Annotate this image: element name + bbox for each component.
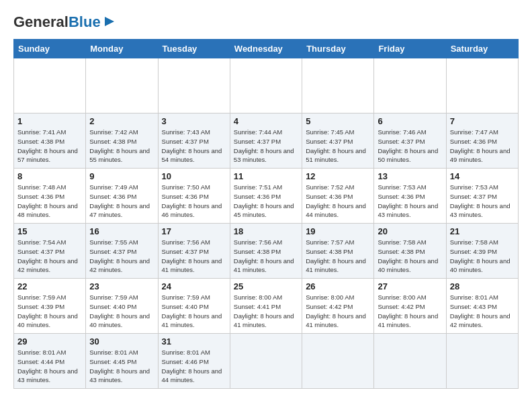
cell-sunset: Sunset: 4:37 PM <box>162 248 209 255</box>
cell-sunset: Sunset: 4:36 PM <box>378 193 425 200</box>
cell-sunrise: Sunrise: 8:00 AM <box>306 293 354 301</box>
cell-daylight: Daylight: 8 hours and 41 minutes. <box>378 312 438 329</box>
day-number: 13 <box>378 171 442 181</box>
cell-sunset: Sunset: 4:38 PM <box>306 248 353 255</box>
cell-sunset: Sunset: 4:37 PM <box>450 193 497 200</box>
calendar-cell: 16Sunrise: 7:55 AMSunset: 4:37 PMDayligh… <box>86 224 158 279</box>
day-number: 25 <box>234 281 298 291</box>
day-number: 15 <box>17 226 82 236</box>
calendar-cell: 20Sunrise: 7:58 AMSunset: 4:38 PMDayligh… <box>374 224 446 279</box>
cell-daylight: Daylight: 8 hours and 42 minutes. <box>450 312 511 329</box>
cell-sunset: Sunset: 4:37 PM <box>234 138 281 145</box>
cell-sunrise: Sunrise: 7:59 AM <box>89 293 138 301</box>
cell-sunrise: Sunrise: 7:46 AM <box>378 128 426 136</box>
cell-sunrise: Sunrise: 7:47 AM <box>450 128 498 136</box>
day-number: 5 <box>306 116 370 126</box>
cell-daylight: Daylight: 8 hours and 42 minutes. <box>17 257 78 274</box>
cell-daylight: Daylight: 8 hours and 53 minutes. <box>234 147 294 164</box>
day-number: 3 <box>162 116 226 126</box>
day-number: 20 <box>378 226 442 236</box>
day-number: 23 <box>89 281 154 291</box>
cell-sunrise: Sunrise: 8:01 AM <box>450 293 498 301</box>
calendar-cell: 15Sunrise: 7:54 AMSunset: 4:37 PMDayligh… <box>14 224 86 279</box>
cell-sunrise: Sunrise: 7:54 AM <box>17 238 66 246</box>
cell-sunset: Sunset: 4:36 PM <box>17 193 64 200</box>
cell-daylight: Daylight: 8 hours and 55 minutes. <box>89 147 150 164</box>
cell-sunrise: Sunrise: 8:00 AM <box>378 293 426 301</box>
cell-sunrise: Sunrise: 7:58 AM <box>378 238 426 246</box>
cell-daylight: Daylight: 8 hours and 40 minutes. <box>89 312 150 329</box>
cell-sunrise: Sunrise: 8:01 AM <box>89 349 138 356</box>
cell-sunrise: Sunrise: 7:44 AM <box>234 128 282 136</box>
cell-sunrise: Sunrise: 7:59 AM <box>17 293 66 301</box>
calendar-cell: 7Sunrise: 7:47 AMSunset: 4:36 PMDaylight… <box>446 113 518 169</box>
cell-daylight: Daylight: 8 hours and 43 minutes. <box>450 202 511 219</box>
logo-text: GeneralBlue <box>13 13 101 31</box>
day-number: 17 <box>162 226 226 236</box>
calendar-cell: 18Sunrise: 7:56 AMSunset: 4:38 PMDayligh… <box>230 224 302 279</box>
calendar-cell <box>374 334 446 389</box>
cell-sunset: Sunset: 4:44 PM <box>17 358 64 365</box>
cell-sunset: Sunset: 4:42 PM <box>378 303 425 310</box>
calendar-cell: 27Sunrise: 8:00 AMSunset: 4:42 PMDayligh… <box>374 279 446 334</box>
cell-daylight: Daylight: 8 hours and 43 minutes. <box>89 367 150 384</box>
calendar-cell <box>446 334 518 389</box>
cell-daylight: Daylight: 8 hours and 40 minutes. <box>450 257 511 274</box>
week-row-1: 1Sunrise: 7:41 AMSunset: 4:38 PMDaylight… <box>14 113 519 169</box>
calendar-cell: 19Sunrise: 7:57 AMSunset: 4:38 PMDayligh… <box>302 224 374 279</box>
day-number: 7 <box>450 116 515 126</box>
cell-sunset: Sunset: 4:39 PM <box>17 303 64 310</box>
calendar-cell: 11Sunrise: 7:51 AMSunset: 4:36 PMDayligh… <box>230 169 302 224</box>
calendar-table: SundayMondayTuesdayWednesdayThursdayFrid… <box>13 39 519 389</box>
cell-sunset: Sunset: 4:42 PM <box>306 303 353 310</box>
cell-sunset: Sunset: 4:37 PM <box>17 248 64 255</box>
cell-sunset: Sunset: 4:46 PM <box>162 358 209 365</box>
week-row-0 <box>14 58 519 113</box>
day-number: 4 <box>234 116 298 126</box>
cell-sunrise: Sunrise: 7:57 AM <box>306 238 354 246</box>
day-number: 28 <box>450 281 515 291</box>
header-day-tuesday: Tuesday <box>158 40 230 58</box>
cell-daylight: Daylight: 8 hours and 42 minutes. <box>89 257 150 274</box>
calendar-cell: 31Sunrise: 8:01 AMSunset: 4:46 PMDayligh… <box>158 334 230 389</box>
cell-daylight: Daylight: 8 hours and 41 minutes. <box>162 257 222 274</box>
cell-sunrise: Sunrise: 7:58 AM <box>450 238 498 246</box>
day-number: 9 <box>89 171 154 181</box>
cell-sunrise: Sunrise: 7:49 AM <box>89 183 138 191</box>
cell-daylight: Daylight: 8 hours and 51 minutes. <box>306 147 366 164</box>
cell-sunset: Sunset: 4:38 PM <box>378 248 425 255</box>
cell-sunrise: Sunrise: 7:53 AM <box>378 183 426 191</box>
cell-daylight: Daylight: 8 hours and 44 minutes. <box>162 367 222 384</box>
cell-sunset: Sunset: 4:37 PM <box>378 138 425 145</box>
day-number: 29 <box>17 336 82 347</box>
day-number: 10 <box>162 171 226 181</box>
calendar-cell: 17Sunrise: 7:56 AMSunset: 4:37 PMDayligh… <box>158 224 230 279</box>
header-day-monday: Monday <box>86 40 158 58</box>
day-number: 12 <box>306 171 370 181</box>
calendar-cell: 8Sunrise: 7:48 AMSunset: 4:36 PMDaylight… <box>14 169 86 224</box>
cell-sunset: Sunset: 4:38 PM <box>234 248 281 255</box>
cell-sunset: Sunset: 4:38 PM <box>17 138 64 145</box>
calendar-cell: 14Sunrise: 7:53 AMSunset: 4:37 PMDayligh… <box>446 169 518 224</box>
cell-sunrise: Sunrise: 8:01 AM <box>17 349 66 356</box>
calendar-cell: 2Sunrise: 7:42 AMSunset: 4:38 PMDaylight… <box>86 113 158 169</box>
header-day-sunday: Sunday <box>14 40 86 58</box>
header-day-saturday: Saturday <box>446 40 518 58</box>
calendar-cell: 30Sunrise: 8:01 AMSunset: 4:45 PMDayligh… <box>86 334 158 389</box>
day-number: 30 <box>89 336 154 347</box>
page-header: GeneralBlue <box>13 13 519 31</box>
calendar-cell: 22Sunrise: 7:59 AMSunset: 4:39 PMDayligh… <box>14 279 86 334</box>
cell-sunset: Sunset: 4:37 PM <box>162 138 209 145</box>
cell-sunset: Sunset: 4:36 PM <box>306 193 353 200</box>
header-day-thursday: Thursday <box>302 40 374 58</box>
cell-sunset: Sunset: 4:43 PM <box>450 303 497 310</box>
cell-sunset: Sunset: 4:39 PM <box>450 248 497 255</box>
calendar-cell: 10Sunrise: 7:50 AMSunset: 4:36 PMDayligh… <box>158 169 230 224</box>
cell-daylight: Daylight: 8 hours and 41 minutes. <box>306 257 366 274</box>
cell-daylight: Daylight: 8 hours and 44 minutes. <box>306 202 366 219</box>
calendar-cell: 21Sunrise: 7:58 AMSunset: 4:39 PMDayligh… <box>446 224 518 279</box>
header-row: SundayMondayTuesdayWednesdayThursdayFrid… <box>14 40 519 58</box>
day-number: 1 <box>17 116 82 126</box>
cell-sunrise: Sunrise: 7:41 AM <box>17 128 66 136</box>
cell-sunrise: Sunrise: 7:51 AM <box>234 183 282 191</box>
